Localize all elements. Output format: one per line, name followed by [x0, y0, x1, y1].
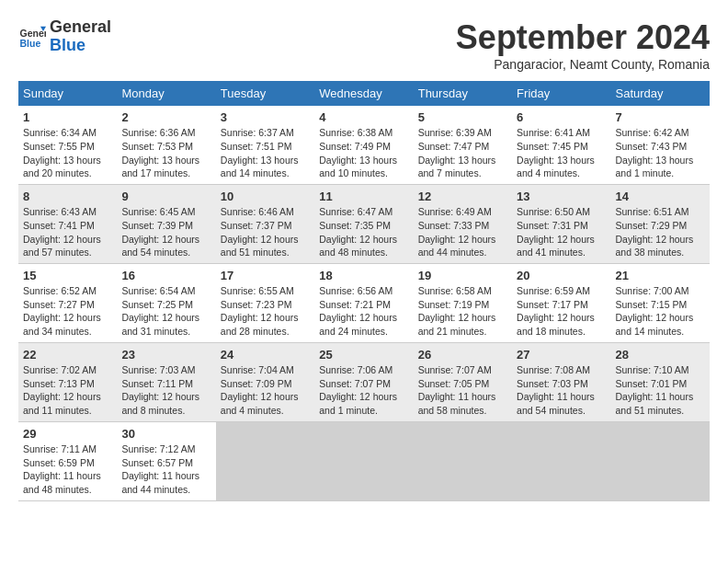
day-number: 10 [221, 189, 310, 205]
calendar-cell: 7Sunrise: 6:42 AM Sunset: 7:43 PM Daylig… [611, 106, 710, 184]
calendar-cell: 29Sunrise: 7:11 AM Sunset: 6:59 PM Dayli… [18, 421, 117, 500]
day-info: Sunrise: 6:51 AM Sunset: 7:29 PM Dayligh… [616, 205, 705, 259]
day-number: 28 [616, 347, 705, 363]
day-number: 21 [616, 268, 705, 284]
calendar-cell: 30Sunrise: 7:12 AM Sunset: 6:57 PM Dayli… [117, 421, 215, 500]
day-info: Sunrise: 6:46 AM Sunset: 7:37 PM Dayligh… [221, 205, 310, 259]
calendar-cell: 9Sunrise: 6:45 AM Sunset: 7:39 PM Daylig… [117, 184, 215, 263]
calendar-cell: 21Sunrise: 7:00 AM Sunset: 7:15 PM Dayli… [611, 263, 710, 342]
calendar-cell [314, 421, 413, 500]
day-of-week-header: Wednesday [314, 81, 413, 106]
calendar-table: SundayMondayTuesdayWednesdayThursdayFrid… [18, 81, 710, 501]
day-number: 16 [121, 268, 210, 284]
calendar-cell: 25Sunrise: 7:06 AM Sunset: 7:07 PM Dayli… [314, 342, 413, 421]
logo: General Blue General Blue [18, 18, 111, 55]
day-number: 27 [517, 347, 606, 363]
calendar-row: 22Sunrise: 7:02 AM Sunset: 7:13 PM Dayli… [18, 342, 710, 421]
day-info: Sunrise: 7:03 AM Sunset: 7:11 PM Dayligh… [121, 363, 210, 418]
calendar-cell: 19Sunrise: 6:58 AM Sunset: 7:19 PM Dayli… [414, 263, 512, 342]
day-number: 23 [121, 347, 210, 363]
day-of-week-header: Thursday [414, 81, 512, 106]
day-number: 14 [616, 189, 705, 205]
calendar-cell: 4Sunrise: 6:38 AM Sunset: 7:49 PM Daylig… [314, 106, 413, 184]
day-info: Sunrise: 6:54 AM Sunset: 7:25 PM Dayligh… [121, 284, 210, 339]
day-number: 18 [319, 268, 408, 284]
calendar-cell: 6Sunrise: 6:41 AM Sunset: 7:45 PM Daylig… [512, 106, 610, 184]
logo-blue-text: Blue [50, 37, 111, 55]
header-row: SundayMondayTuesdayWednesdayThursdayFrid… [18, 81, 710, 106]
day-info: Sunrise: 7:11 AM Sunset: 6:59 PM Dayligh… [23, 442, 112, 497]
day-info: Sunrise: 7:07 AM Sunset: 7:05 PM Dayligh… [418, 363, 507, 418]
day-number: 29 [23, 426, 112, 442]
location: Pangaracior, Neamt County, Romania [456, 57, 710, 72]
calendar-cell: 28Sunrise: 7:10 AM Sunset: 7:01 PM Dayli… [611, 342, 710, 421]
day-info: Sunrise: 6:37 AM Sunset: 7:51 PM Dayligh… [221, 126, 310, 180]
day-of-week-header: Saturday [611, 81, 710, 106]
day-number: 7 [616, 109, 705, 126]
calendar-cell: 24Sunrise: 7:04 AM Sunset: 7:09 PM Dayli… [216, 342, 314, 421]
day-info: Sunrise: 7:12 AM Sunset: 6:57 PM Dayligh… [121, 442, 210, 497]
day-number: 5 [418, 109, 507, 126]
day-number: 11 [319, 189, 408, 205]
day-info: Sunrise: 6:39 AM Sunset: 7:47 PM Dayligh… [418, 126, 507, 180]
day-info: Sunrise: 6:34 AM Sunset: 7:55 PM Dayligh… [23, 126, 112, 180]
day-number: 25 [319, 347, 408, 363]
calendar-cell: 12Sunrise: 6:49 AM Sunset: 7:33 PM Dayli… [414, 184, 512, 263]
calendar-cell: 13Sunrise: 6:50 AM Sunset: 7:31 PM Dayli… [512, 184, 610, 263]
day-number: 8 [23, 189, 112, 205]
calendar-cell: 17Sunrise: 6:55 AM Sunset: 7:23 PM Dayli… [216, 263, 314, 342]
day-info: Sunrise: 6:59 AM Sunset: 7:17 PM Dayligh… [517, 284, 606, 339]
calendar-cell: 22Sunrise: 7:02 AM Sunset: 7:13 PM Dayli… [18, 342, 117, 421]
day-info: Sunrise: 7:00 AM Sunset: 7:15 PM Dayligh… [616, 284, 705, 339]
calendar-row: 15Sunrise: 6:52 AM Sunset: 7:27 PM Dayli… [18, 263, 710, 342]
calendar-cell [414, 421, 512, 500]
calendar-cell: 23Sunrise: 7:03 AM Sunset: 7:11 PM Dayli… [117, 342, 215, 421]
day-number: 12 [418, 189, 507, 205]
logo-general-text: General [50, 18, 111, 37]
calendar-cell [512, 421, 610, 500]
calendar-cell: 15Sunrise: 6:52 AM Sunset: 7:27 PM Dayli… [18, 263, 117, 342]
day-number: 2 [121, 109, 210, 126]
day-info: Sunrise: 6:52 AM Sunset: 7:27 PM Dayligh… [23, 284, 112, 339]
calendar-row: 29Sunrise: 7:11 AM Sunset: 6:59 PM Dayli… [18, 421, 710, 500]
day-info: Sunrise: 7:04 AM Sunset: 7:09 PM Dayligh… [221, 363, 310, 418]
day-number: 20 [517, 268, 606, 284]
calendar-cell [216, 421, 314, 500]
day-info: Sunrise: 6:47 AM Sunset: 7:35 PM Dayligh… [319, 205, 408, 259]
day-info: Sunrise: 6:41 AM Sunset: 7:45 PM Dayligh… [517, 126, 606, 180]
day-info: Sunrise: 6:42 AM Sunset: 7:43 PM Dayligh… [616, 126, 705, 180]
calendar-cell: 26Sunrise: 7:07 AM Sunset: 7:05 PM Dayli… [414, 342, 512, 421]
day-info: Sunrise: 7:08 AM Sunset: 7:03 PM Dayligh… [517, 363, 606, 418]
svg-text:General: General [20, 28, 47, 39]
day-info: Sunrise: 6:58 AM Sunset: 7:19 PM Dayligh… [418, 284, 507, 339]
calendar-cell: 3Sunrise: 6:37 AM Sunset: 7:51 PM Daylig… [216, 106, 314, 184]
day-number: 6 [517, 109, 606, 126]
calendar-cell: 20Sunrise: 6:59 AM Sunset: 7:17 PM Dayli… [512, 263, 610, 342]
day-number: 9 [121, 189, 210, 205]
day-info: Sunrise: 6:50 AM Sunset: 7:31 PM Dayligh… [517, 205, 606, 259]
calendar-cell: 1Sunrise: 6:34 AM Sunset: 7:55 PM Daylig… [18, 106, 117, 184]
day-number: 1 [23, 109, 112, 126]
day-info: Sunrise: 7:10 AM Sunset: 7:01 PM Dayligh… [616, 363, 705, 418]
calendar-cell: 11Sunrise: 6:47 AM Sunset: 7:35 PM Dayli… [314, 184, 413, 263]
calendar-cell: 2Sunrise: 6:36 AM Sunset: 7:53 PM Daylig… [117, 106, 215, 184]
month-title: September 2024 [456, 18, 710, 57]
day-number: 17 [221, 268, 310, 284]
day-info: Sunrise: 6:49 AM Sunset: 7:33 PM Dayligh… [418, 205, 507, 259]
logo-icon: General Blue [18, 23, 46, 51]
calendar-cell: 8Sunrise: 6:43 AM Sunset: 7:41 PM Daylig… [18, 184, 117, 263]
calendar-cell: 16Sunrise: 6:54 AM Sunset: 7:25 PM Dayli… [117, 263, 215, 342]
calendar-cell: 14Sunrise: 6:51 AM Sunset: 7:29 PM Dayli… [611, 184, 710, 263]
day-of-week-header: Monday [117, 81, 215, 106]
calendar-row: 8Sunrise: 6:43 AM Sunset: 7:41 PM Daylig… [18, 184, 710, 263]
day-info: Sunrise: 6:43 AM Sunset: 7:41 PM Dayligh… [23, 205, 112, 259]
day-info: Sunrise: 6:38 AM Sunset: 7:49 PM Dayligh… [319, 126, 408, 180]
calendar-cell: 27Sunrise: 7:08 AM Sunset: 7:03 PM Dayli… [512, 342, 610, 421]
day-number: 19 [418, 268, 507, 284]
day-number: 22 [23, 347, 112, 363]
day-number: 24 [221, 347, 310, 363]
day-info: Sunrise: 6:55 AM Sunset: 7:23 PM Dayligh… [221, 284, 310, 339]
day-info: Sunrise: 6:36 AM Sunset: 7:53 PM Dayligh… [121, 126, 210, 180]
day-of-week-header: Tuesday [216, 81, 314, 106]
day-info: Sunrise: 7:06 AM Sunset: 7:07 PM Dayligh… [319, 363, 408, 418]
